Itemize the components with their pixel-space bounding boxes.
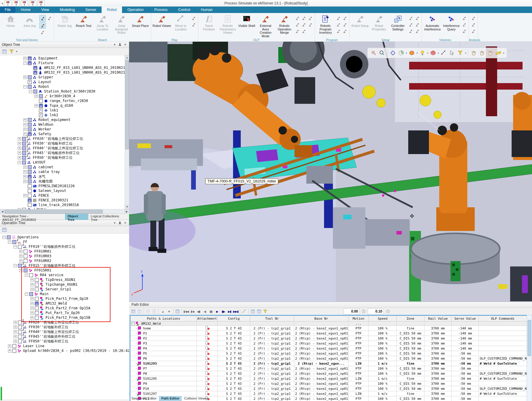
visibility-checkbox[interactable] <box>12 240 16 244</box>
visibility-checkbox[interactable] <box>33 90 37 93</box>
visibility-checkbox[interactable] <box>18 325 22 329</box>
cell-motion[interactable]: PTP <box>349 386 369 391</box>
small-tool-icon[interactable] <box>294 28 300 34</box>
operation-tree-item[interactable]: −FF015R01 <box>2 268 129 273</box>
operation-tree-item[interactable]: +Server_Grip1 <box>2 287 129 292</box>
cell-config[interactable]: S 2 T 43 <box>218 386 250 391</box>
object-tree-item[interactable]: +cable tray <box>6 169 129 174</box>
cell-tool[interactable]: 2 (Fr) - tcp2_grip1 <box>250 386 294 391</box>
prev-operation-icon[interactable]: ▮◀ <box>189 308 195 314</box>
cell-rail[interactable]: 3700 mm <box>424 381 452 386</box>
small-tool-icon[interactable] <box>301 22 307 28</box>
close-icon[interactable]: ✕ <box>123 221 127 225</box>
small-tool-icon[interactable] <box>307 22 313 28</box>
small-tool-icon[interactable] <box>470 15 476 21</box>
column-header-servo-value[interactable]: Servo Value <box>452 316 479 321</box>
visibility-checkbox[interactable] <box>35 287 39 291</box>
operation-tree-item[interactable]: +FF010R01 <box>2 249 129 254</box>
expand-icon[interactable]: + <box>23 132 27 136</box>
cell-tool[interactable]: 2 (Fr) - tcp2_grip1 <box>250 376 294 381</box>
cell-tool[interactable]: 2 (Fr) - tcp2_grip1 <box>250 351 294 356</box>
cell-motion[interactable]: PTP <box>349 371 369 376</box>
visibility-checkbox[interactable] <box>39 99 43 103</box>
zoom-area-icon[interactable] <box>378 49 386 57</box>
cell-tool[interactable]: 2 (Fr) - tcp2_grip1 <box>250 361 294 366</box>
collapse-icon[interactable]: − <box>14 245 17 248</box>
cell-rail[interactable]: 3700 mm <box>424 356 452 361</box>
table-row-P4[interactable]: ⋯↙P4S 2 T 432 (Fr) - tcp2_grip12 (Rtcp) … <box>131 346 527 351</box>
scroll-right-icon[interactable]: ▶ <box>124 209 129 214</box>
cell-base[interactable]: 2 (Rtcp) - base2_xgun1_op015 <box>294 326 349 331</box>
button-automatic-interference[interactable]: Automatic Interference <box>423 14 442 37</box>
cell-servo[interactable]: -50 mm <box>452 396 479 401</box>
small-tool-icon[interactable] <box>335 15 341 21</box>
cell-olp[interactable]: OLP_CUSTOMIZED_COMMAND_NAM <box>479 386 527 391</box>
expand-icon[interactable]: + <box>18 156 21 159</box>
expand-icon[interactable]: + <box>23 57 27 60</box>
operation-tree-item[interactable]: −Operations <box>2 235 129 240</box>
expand-icon[interactable]: + <box>35 95 38 98</box>
cell-zone[interactable]: C_DIS 50 mm <box>397 336 424 341</box>
expand-icon[interactable]: + <box>18 147 21 150</box>
cell-motion[interactable]: PTP <box>349 396 369 401</box>
visibility-checkbox[interactable] <box>24 259 27 263</box>
visibility-checkbox[interactable] <box>28 184 32 188</box>
cell-speed[interactable]: 100 % <box>369 341 397 346</box>
button-robotic-operation-merge[interactable]: Robotic Operation Merge <box>275 14 294 37</box>
cell-olp[interactable] <box>479 331 527 336</box>
operation-tree-item[interactable]: +Pick_Part2_From_Op15B <box>2 315 129 320</box>
pin-icon[interactable] <box>118 221 122 225</box>
tree-columns-icon[interactable] <box>2 49 7 54</box>
cell-base[interactable]: 2 (Rtcp) - base2_xgun1_op015 <box>294 341 349 346</box>
cell-rail[interactable]: 3700 mm <box>424 351 452 356</box>
cell-olp[interactable]: # Weld # GunToState <box>479 376 527 381</box>
tab-human[interactable]: Human <box>196 7 218 13</box>
table-row-P5[interactable]: ⋯↙P5S 2 T 432 (Fr) - tcp2_grip12 (Rtcp) … <box>131 351 527 356</box>
visibility-checkbox[interactable] <box>35 302 39 305</box>
pin-icon[interactable] <box>118 43 122 47</box>
object-tree-item[interactable]: FENCE_20190321 <box>6 198 129 203</box>
button-robot-viewer[interactable]: Robot Viewer <box>152 14 171 37</box>
expand-icon[interactable]: + <box>14 321 17 324</box>
cell-zone[interactable]: C_DIS 50 mm <box>397 356 424 361</box>
visibility-checkbox[interactable] <box>22 156 26 160</box>
cell-zone[interactable] <box>397 321 424 326</box>
small-tool-icon[interactable] <box>46 15 52 21</box>
placement-icon[interactable] <box>440 49 448 57</box>
collapse-icon[interactable]: − <box>25 292 28 296</box>
small-tool-icon[interactable] <box>191 15 196 21</box>
column-header-base-nr[interactable]: Base Nr <box>294 316 349 321</box>
expand-icon[interactable]: + <box>23 180 27 183</box>
cell-olp[interactable]: OLP_CUSTOMIZED_COMMAND_NAM <box>479 356 527 361</box>
cell-servo[interactable]: -50 mm <box>452 366 479 371</box>
visibility-checkbox[interactable] <box>28 170 32 174</box>
visibility-checkbox[interactable] <box>28 123 32 127</box>
table-row-P1[interactable]: ⋯↙P1S 2 T 432 (Fr) - tcp2_grip12 (Rtcp) … <box>131 331 527 336</box>
next-location-icon[interactable]: ▮▶ <box>220 308 226 314</box>
time-interval-value[interactable]: 0.10 <box>368 308 384 314</box>
table-row-P10[interactable]: ⋯↙P10S 2 T 432 (Fr) - tcp2_grip12 (Rtcp)… <box>131 386 527 391</box>
small-tool-icon[interactable] <box>408 22 414 28</box>
graphic-viewer-3d[interactable]: ✥ x z ▾▾▾▾▾▾ TMF-4-7000-R_FF015_V2_18102… <box>129 42 532 302</box>
cell-config[interactable]: S 2 T 43 <box>218 396 250 401</box>
visibility-checkbox[interactable] <box>35 297 39 301</box>
column-header-olp-commands[interactable]: OLP Commands <box>479 316 527 321</box>
editor-tab-path-editor[interactable]: Path Editor <box>159 396 182 401</box>
cell-base[interactable]: 2 (Rtcp) - base2_xgun... <box>294 361 349 366</box>
clock-icon[interactable] <box>385 308 391 314</box>
cell-rail[interactable]: 3700 mm <box>424 366 452 371</box>
object-tree-item[interactable]: +FENCE <box>6 193 129 198</box>
cell-olp[interactable] <box>479 381 527 386</box>
cell-speed[interactable]: 100 % <box>369 366 397 371</box>
object-tree-item[interactable]: Layout <box>6 80 129 84</box>
cell-tool[interactable]: 2 (Fr) - tcp2_grip1 <box>250 371 294 376</box>
dropdown-caret-icon[interactable]: ▾ <box>438 52 439 54</box>
expand-icon[interactable]: + <box>23 175 27 178</box>
play-forward-icon[interactable]: ▶ <box>214 308 220 314</box>
expand-icon[interactable]: + <box>23 118 27 122</box>
small-tool-icon[interactable] <box>301 28 307 34</box>
cell-rail[interactable]: 3700 mm <box>424 326 452 331</box>
cell-olp[interactable] <box>479 346 527 351</box>
tree-filter-icon[interactable] <box>9 49 14 54</box>
prev-location-icon[interactable]: ◀▮ <box>196 308 201 314</box>
